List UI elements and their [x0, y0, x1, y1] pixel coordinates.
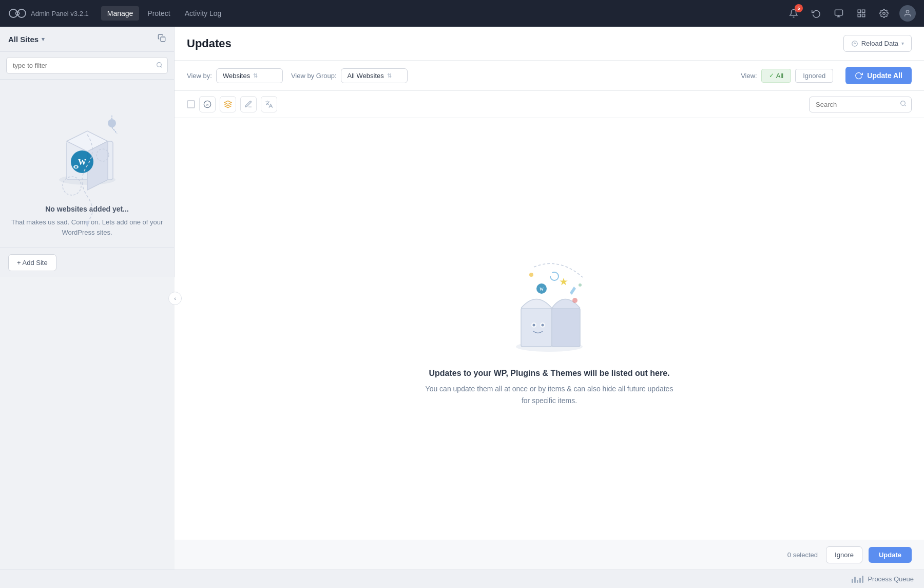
- chevron-down-icon: ▾: [42, 36, 45, 43]
- app-title: Admin Panel v3.2.1: [31, 10, 89, 17]
- view-label: View:: [741, 72, 757, 80]
- top-navigation: Admin Panel v3.2.1 Manage Protect Activi…: [0, 0, 924, 27]
- svg-marker-25: [85, 221, 90, 227]
- update-button[interactable]: Update: [869, 547, 912, 563]
- add-site-button[interactable]: + Add Site: [8, 254, 56, 271]
- main-layout: All Sites ▾: [0, 27, 924, 570]
- svg-rect-7: [858, 14, 860, 17]
- reload-icon: [851, 40, 858, 47]
- nav-right: 5: [786, 5, 916, 22]
- sidebar-filter-input[interactable]: [6, 57, 168, 74]
- ignore-button[interactable]: Ignore: [826, 546, 862, 563]
- filters-bar: View by: Websites ⇅ View by Group: All W…: [175, 61, 924, 91]
- sidebar-search-area: [0, 52, 174, 80]
- view-by-select[interactable]: Websites ⇅: [216, 68, 283, 83]
- refresh-button[interactable]: [809, 6, 823, 21]
- grid-button[interactable]: [854, 6, 869, 21]
- all-sites-label: All Sites: [8, 35, 38, 44]
- toolbar-search-wrapper: [809, 97, 912, 112]
- dropdown-arrow-icon: ▾: [901, 41, 904, 46]
- svg-point-10: [906, 10, 909, 13]
- svg-rect-2: [835, 10, 843, 15]
- nav-manage[interactable]: Manage: [101, 6, 140, 21]
- svg-rect-35: [552, 308, 580, 347]
- svg-point-43: [529, 273, 533, 277]
- sidebar-search-wrapper: [6, 57, 168, 74]
- view-by-group: View by: Websites ⇅: [187, 68, 283, 83]
- svg-point-28: [852, 41, 857, 46]
- nav-protect[interactable]: Protect: [141, 6, 176, 21]
- svg-point-27: [97, 149, 109, 161]
- svg-rect-8: [862, 14, 865, 17]
- themes-filter-button[interactable]: [240, 96, 257, 112]
- svg-point-0: [9, 9, 17, 17]
- svg-line-32: [904, 105, 906, 106]
- view-by-group-label: View by Group:: [291, 72, 337, 80]
- updates-box-illustration: W: [493, 252, 606, 354]
- view-by-arrow-icon: ⇅: [253, 72, 258, 79]
- svg-point-1: [17, 9, 26, 17]
- refresh-icon: [812, 9, 821, 18]
- process-queue-bar: Process Queue: [0, 570, 924, 588]
- bottom-bar: 0 selected Ignore Update: [175, 540, 924, 570]
- process-queue-label: Process Queue: [868, 575, 914, 583]
- svg-point-45: [579, 283, 582, 287]
- svg-rect-34: [521, 308, 552, 347]
- svg-point-9: [883, 12, 886, 15]
- translation-icon: [265, 100, 273, 108]
- content-header: Updates Reload Data ▾: [175, 27, 924, 61]
- svg-point-42: [550, 272, 559, 280]
- svg-rect-6: [862, 10, 865, 12]
- settings-button[interactable]: [877, 6, 891, 21]
- plugin-icon: [224, 100, 232, 108]
- copy-sites-button[interactable]: [158, 34, 166, 44]
- screen-button[interactable]: [832, 6, 846, 21]
- view-all-button[interactable]: ✓ All: [761, 69, 791, 83]
- view-by-group-arrow-icon: ⇅: [387, 72, 392, 79]
- empty-state: W Updates to your WP, Plugins & Themes w…: [175, 118, 924, 540]
- plugins-filter-button[interactable]: [220, 96, 236, 112]
- collapse-sidebar-button[interactable]: ‹: [168, 292, 182, 305]
- view-by-group-select[interactable]: All Websites ⇅: [341, 68, 408, 83]
- empty-state-title: Updates to your WP, Plugins & Themes wil…: [429, 369, 669, 378]
- content-area: Updates Reload Data ▾ View by: Websites …: [175, 27, 924, 570]
- user-avatar[interactable]: [899, 5, 916, 22]
- notifications-button[interactable]: 5: [786, 6, 801, 21]
- wordpress-filter-button[interactable]: W: [199, 96, 216, 112]
- process-queue: Process Queue: [852, 575, 914, 583]
- translations-filter-button[interactable]: [261, 96, 277, 112]
- notification-badge: 5: [795, 4, 803, 12]
- selected-count: 0 selected: [787, 551, 818, 559]
- all-sites-dropdown[interactable]: All Sites ▾: [8, 35, 45, 44]
- sidebar: All Sites ▾: [0, 27, 175, 277]
- search-input[interactable]: [809, 97, 912, 112]
- wordpress-icon: W: [203, 100, 211, 108]
- copy-icon: [158, 34, 166, 42]
- svg-point-44: [572, 298, 578, 303]
- view-ignored-button[interactable]: Ignored: [795, 69, 833, 83]
- view-by-group-group: View by Group: All Websites ⇅: [291, 68, 408, 83]
- doodle-swirl: [36, 124, 139, 227]
- reload-data-button[interactable]: Reload Data ▾: [843, 35, 912, 52]
- screen-icon: [834, 9, 843, 18]
- update-all-icon: [855, 71, 863, 80]
- grid-icon: [857, 9, 866, 18]
- empty-state-text: You can update them all at once or by it…: [421, 383, 678, 406]
- app-logo[interactable]: Admin Panel v3.2.1: [8, 4, 89, 23]
- process-queue-bars-icon: [852, 576, 863, 583]
- theme-icon: [244, 100, 253, 108]
- nav-activity-log[interactable]: Activity Log: [179, 6, 228, 21]
- update-all-button[interactable]: Update All: [845, 67, 912, 84]
- sidebar-empty-state: W No websites added yet... That makes us…: [0, 80, 174, 248]
- svg-point-12: [157, 62, 162, 67]
- sidebar-wrapper: All Sites ▾: [0, 27, 175, 570]
- view-toggle: View: ✓ All Ignored: [741, 69, 833, 83]
- sidebar-footer: + Add Site: [0, 248, 174, 277]
- svg-text:W: W: [206, 103, 209, 106]
- svg-point-39: [542, 324, 544, 327]
- avatar-icon: [903, 9, 912, 17]
- svg-point-26: [63, 177, 81, 195]
- sidebar-header: All Sites ▾: [0, 27, 174, 52]
- select-all-checkbox[interactable]: [187, 100, 195, 108]
- sidebar-search-icon: [156, 62, 163, 70]
